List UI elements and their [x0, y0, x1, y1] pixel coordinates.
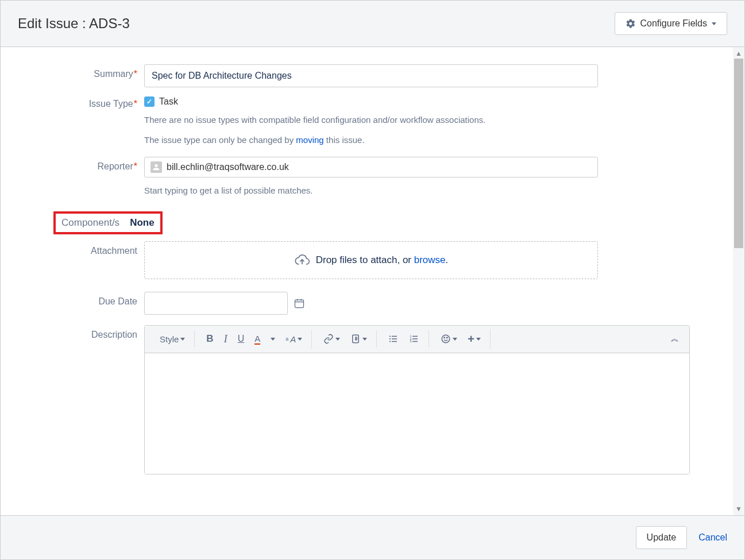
vertical-scrollbar[interactable]: ▲ ▼ — [733, 47, 744, 515]
issue-type-value: ✓ Task — [144, 94, 598, 107]
text-color-caret[interactable] — [266, 334, 280, 344]
due-date-input[interactable] — [144, 292, 288, 315]
clear-formatting-button[interactable]: aA — [281, 331, 307, 347]
upload-cloud-icon — [294, 252, 310, 268]
dialog-header: Edit Issue : ADS-3 Configure Fields — [1, 1, 744, 47]
gear-icon — [626, 18, 636, 29]
issue-type-label: Issue Type* — [18, 94, 144, 109]
cancel-link[interactable]: Cancel — [698, 532, 727, 543]
style-dropdown[interactable]: Style — [155, 331, 190, 347]
reporter-hint: Start typing to get a list of possible m… — [144, 184, 598, 198]
svg-rect-12 — [412, 338, 418, 339]
svg-point-15 — [444, 337, 445, 338]
attachment-label: Attachment — [18, 241, 144, 256]
task-icon: ✓ — [144, 96, 155, 107]
moving-link[interactable]: moving — [296, 135, 323, 145]
attachment-button[interactable] — [346, 330, 372, 347]
issue-type-hint-2: The issue type can only be changed by mo… — [144, 134, 598, 147]
svg-point-16 — [447, 337, 448, 338]
italic-button[interactable]: I — [219, 330, 232, 349]
rich-text-editor: Style B I U A aA — [144, 325, 690, 474]
bullet-list-button[interactable] — [384, 330, 403, 347]
update-button[interactable]: Update — [636, 526, 688, 549]
svg-rect-0 — [295, 300, 304, 307]
scroll-up-icon[interactable]: ▲ — [735, 49, 742, 57]
svg-point-3 — [389, 338, 391, 339]
calendar-icon[interactable] — [294, 298, 305, 309]
browse-link[interactable]: browse — [414, 254, 446, 265]
text-color-button[interactable]: A — [250, 330, 265, 348]
issue-type-hint-1: There are no issue types with compatible… — [144, 114, 598, 127]
underline-button[interactable]: U — [233, 330, 249, 347]
description-textarea[interactable] — [145, 353, 689, 474]
svg-rect-6 — [392, 338, 397, 339]
attachment-dropzone[interactable]: Drop files to attach, or browse. — [144, 241, 598, 279]
components-highlight: Component/s None — [53, 211, 163, 234]
insert-more-button[interactable]: + — [463, 329, 485, 349]
numbered-list-button[interactable]: 123 — [404, 330, 424, 347]
scrollbar-thumb[interactable] — [734, 59, 743, 248]
bold-button[interactable]: B — [202, 330, 218, 348]
caret-down-icon — [712, 22, 716, 25]
reporter-label: Reporter* — [18, 157, 144, 172]
configure-fields-button[interactable]: Configure Fields — [615, 12, 728, 35]
components-label: Component/s — [61, 217, 119, 229]
svg-point-14 — [442, 335, 450, 343]
summary-input[interactable] — [144, 64, 598, 87]
svg-point-4 — [389, 341, 391, 342]
svg-rect-13 — [412, 341, 418, 342]
collapse-toolbar-button[interactable]: ︽ — [666, 330, 684, 347]
description-label: Description — [18, 325, 144, 340]
svg-rect-5 — [392, 336, 397, 337]
link-button[interactable] — [319, 330, 345, 347]
editor-toolbar: Style B I U A aA — [145, 326, 689, 353]
emoji-button[interactable] — [436, 330, 462, 347]
reporter-input[interactable]: bill.echlin@traqsoftware.co.uk — [144, 157, 598, 177]
avatar-icon — [150, 161, 162, 173]
scroll-down-icon[interactable]: ▼ — [735, 505, 742, 513]
dialog-footer: Update Cancel — [1, 515, 744, 559]
svg-rect-7 — [392, 341, 397, 342]
svg-text:3: 3 — [410, 339, 412, 343]
dialog-title: Edit Issue : ADS-3 — [18, 16, 130, 32]
summary-label: Summary* — [18, 64, 144, 79]
configure-fields-label: Configure Fields — [640, 18, 708, 29]
svg-point-2 — [389, 335, 391, 337]
due-date-label: Due Date — [18, 292, 144, 307]
components-value[interactable]: None — [130, 217, 155, 229]
svg-rect-11 — [412, 336, 418, 337]
edit-issue-dialog: Edit Issue : ADS-3 Configure Fields Summ… — [0, 0, 745, 560]
dialog-body: Summary* Issue Type* ✓ Task There are no… — [1, 47, 733, 515]
